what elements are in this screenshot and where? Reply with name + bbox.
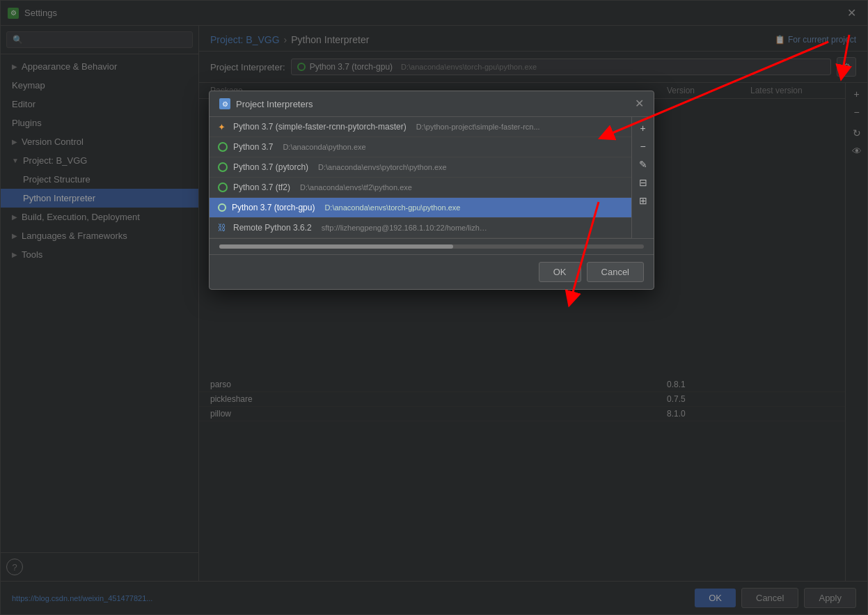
scrollbar-area [210,238,654,254]
modal-cancel-button[interactable]: Cancel [587,262,644,282]
interpreter-item-path: D:\anaconda\envs\torch-gpu\python.exe [324,203,460,212]
modal-interpreter-item[interactable]: Python 3.7 (pytorch) D:\anaconda\envs\py… [210,157,631,178]
modal-filter-button[interactable]: ⊟ [635,174,652,191]
interpreter-item-name: Python 3.7 (simple-faster-rcnn-pytorch-m… [233,122,407,132]
modal-overlay: ⚙ Project Interpreters ✕ ✦ Python 3.7 (s… [0,0,868,615]
scroll-track [219,244,644,249]
interpreter-item-name: Python 3.7 [233,142,273,152]
interpreter-status-icon [218,182,228,192]
project-interpreters-modal: ⚙ Project Interpreters ✕ ✦ Python 3.7 (s… [209,91,654,290]
modal-interpreter-list: ✦ Python 3.7 (simple-faster-rcnn-pytorch… [210,117,631,238]
modal-interpreter-item[interactable]: Python 3.7 (tf2) D:\anaconda\envs\tf2\py… [210,178,631,198]
interpreter-item-path: D:\anaconda\envs\tf2\python.exe [300,183,412,192]
interpreter-status-icon [218,203,226,212]
interpreter-item-path: sftp://lizhengpeng@192.168.1.10:22/home/… [322,224,489,232]
interpreter-item-path: D:\anaconda\envs\pytorch\python.exe [318,163,447,171]
modal-body: ✦ Python 3.7 (simple-faster-rcnn-pytorch… [210,117,654,238]
interpreter-star-icon: ✦ [218,122,228,132]
modal-interpreter-item[interactable]: ✦ Python 3.7 (simple-faster-rcnn-pytorch… [210,117,631,137]
interpreter-status-icon [218,162,228,172]
modal-close-button[interactable]: ✕ [635,98,644,109]
modal-title: Project Interpreters [236,99,629,109]
modal-interpreter-item[interactable]: ⛓ Remote Python 3.6.2 sftp://lizhengpeng… [210,218,631,238]
interpreter-item-name: Python 3.7 (torch-gpu) [232,203,315,212]
interpreter-remote-icon: ⛓ [218,223,228,233]
interpreter-item-name: Python 3.7 (pytorch) [233,162,308,172]
modal-structure-button[interactable]: ⊞ [635,192,652,209]
modal-header: ⚙ Project Interpreters ✕ [210,91,654,117]
modal-interpreter-item-selected[interactable]: Python 3.7 (torch-gpu) D:\anaconda\envs\… [210,198,631,218]
interpreter-status-icon [218,142,228,152]
scroll-thumb[interactable] [219,244,453,249]
settings-window: ⚙ Settings ✕ ▶ Appearance & Behavior Key… [0,0,868,615]
modal-remove-button[interactable]: − [635,138,652,155]
modal-footer: OK Cancel [210,254,654,289]
interpreter-item-name: Remote Python 3.6.2 [233,223,312,233]
modal-toolbar: + − ✎ ⊟ ⊞ [631,117,654,238]
modal-edit-button[interactable]: ✎ [635,156,652,173]
interpreter-item-name: Python 3.7 (tf2) [233,182,290,192]
interpreter-item-path: D:\anaconda\python.exe [283,143,365,151]
modal-icon: ⚙ [219,98,230,109]
interpreter-item-path: D:\python-project\simple-faster-rcn... [416,123,540,131]
modal-ok-button[interactable]: OK [539,262,581,282]
modal-add-button[interactable]: + [635,120,652,137]
modal-interpreter-item[interactable]: Python 3.7 D:\anaconda\python.exe [210,137,631,157]
svg-line-1 [842,35,849,73]
